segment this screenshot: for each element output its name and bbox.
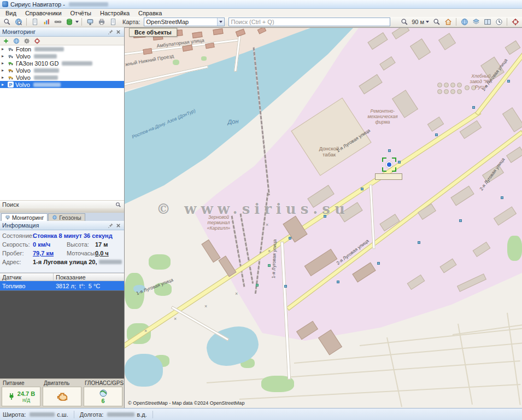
vehicle-row[interactable]: ▸Foton <box>0 45 124 52</box>
menubar: ВидСправочникиОтчётыНастройкаСправка <box>0 9 522 17</box>
info-panel-header: Информация <box>0 221 124 230</box>
gauge-gps-title: ГЛОНАСС/GPS <box>84 380 122 387</box>
close-icon[interactable] <box>114 221 122 229</box>
vehicle-row[interactable]: ▸Volvo <box>0 74 124 81</box>
tab-monitoring[interactable]: Мониторинг <box>1 213 48 221</box>
search-row[interactable]: Поиск <box>0 200 124 208</box>
map-tab-all-objects[interactable]: Все объекты <box>129 28 177 37</box>
map-label: Дон <box>227 118 239 125</box>
map-field-line <box>386 337 402 407</box>
chart-icon[interactable] <box>41 18 51 27</box>
gauges: Питание 24.7 В н/д Двигатель ГЛОНАСС/GPS <box>0 378 124 408</box>
map-crossing-icon: × <box>204 304 207 309</box>
redacted-text <box>34 47 64 51</box>
vehicle-marker[interactable] <box>382 158 396 172</box>
state-value: Стоянка 8 минут 36 секунд <box>33 232 113 239</box>
globe-icon[interactable] <box>459 18 470 27</box>
map-canvas[interactable]: © www.sirius.su Все объекты © OpenStreet… <box>125 27 522 408</box>
menu-item[interactable]: Настройка <box>96 10 134 16</box>
split-view-icon[interactable] <box>482 18 492 27</box>
status-separator <box>74 411 74 418</box>
home-icon[interactable] <box>443 18 453 27</box>
map-crossing-icon: × <box>174 317 177 322</box>
report-icon[interactable] <box>30 18 40 27</box>
speed-label: Скорость: <box>2 241 33 248</box>
redacted-title-text <box>69 2 108 7</box>
map-provider-select[interactable]: OpenStreetMap <box>144 18 225 26</box>
map-road <box>171 306 229 341</box>
parking-badge-icon: P <box>8 81 14 88</box>
sensor-row[interactable]: Топливо3812 л; t°: 5 °C <box>0 281 124 290</box>
find-object-icon[interactable] <box>2 18 12 27</box>
map-label: Зерновой терминал «Каргилл» <box>207 215 230 231</box>
tab-geozones[interactable]: Геозоны <box>48 213 85 221</box>
map-crossing-icon: × <box>266 223 268 228</box>
vehicle-name: Foton <box>16 46 31 52</box>
sensor-col-name[interactable]: Датчик <box>0 273 54 281</box>
search-options-icon[interactable] <box>114 201 122 208</box>
sensor-col-value[interactable]: Показание <box>54 274 88 281</box>
monitor-icon[interactable] <box>85 18 95 27</box>
menu-item[interactable]: Справочники <box>21 10 66 16</box>
map-tank <box>437 89 442 94</box>
database-icon[interactable] <box>64 18 74 27</box>
pin-icon[interactable] <box>107 221 114 229</box>
combo-caret-icon[interactable] <box>217 18 224 26</box>
map-green-area <box>173 60 179 65</box>
altitude-value: 17 м <box>95 241 108 248</box>
expand-arrow-icon[interactable]: ▸ <box>2 61 6 66</box>
menu-item[interactable]: Вид <box>1 10 21 16</box>
vehicle-name: Volvo <box>16 53 31 60</box>
pin-icon[interactable] <box>107 28 114 36</box>
map-attribution: © OpenStreetMap - Map data ©2024 OpenStr… <box>128 400 244 406</box>
zoom-in-icon[interactable] <box>431 18 442 27</box>
export-icon[interactable] <box>108 18 118 27</box>
search-map-icon[interactable] <box>13 18 24 27</box>
titlebar[interactable]: Сириус Навигатор - <box>0 0 522 9</box>
vehicle-name: Volvo <box>16 74 31 81</box>
history-clock-icon[interactable] <box>494 18 504 27</box>
toolbar-separator <box>26 18 27 26</box>
print-icon[interactable] <box>96 18 107 27</box>
close-icon[interactable] <box>114 28 122 36</box>
map-tank <box>444 83 449 88</box>
app-window: Сириус Навигатор - ВидСправочникиОтчётыН… <box>0 0 522 420</box>
map-crossing-icon: × <box>144 329 147 334</box>
zoom-out-icon[interactable] <box>399 18 409 27</box>
engine-hours-value[interactable]: 0,0 ч <box>95 250 109 256</box>
expand-arrow-icon[interactable]: ▸ <box>2 68 6 73</box>
target-icon[interactable] <box>510 18 520 27</box>
engine-icon <box>56 390 68 402</box>
mileage-value[interactable]: 79,7 км <box>33 250 67 256</box>
gps-globe-icon <box>99 389 108 398</box>
menu-item[interactable]: Справка <box>134 10 166 16</box>
globe-icon <box>52 215 57 220</box>
menu-item[interactable]: Отчёты <box>66 10 96 16</box>
expand-arrow-icon[interactable]: ▸ <box>2 75 6 80</box>
truck-icon <box>8 68 14 73</box>
redacted-text <box>99 260 122 264</box>
vehicle-row[interactable]: ▸PVolvo <box>0 81 124 88</box>
scale-caret-icon <box>426 21 429 23</box>
expand-arrow-icon[interactable]: ▸ <box>2 82 6 87</box>
vehicle-row[interactable]: ▸Volvo <box>0 67 124 74</box>
vehicle-row[interactable]: ▸ГАЗон 3010 GD <box>0 60 124 67</box>
link-icon[interactable] <box>52 18 63 27</box>
status-separator <box>153 411 153 418</box>
add-icon[interactable] <box>1 37 10 45</box>
map-scale-select[interactable]: 90 м <box>412 19 429 25</box>
map-globe-icon[interactable] <box>11 37 21 45</box>
settings-gear-icon[interactable] <box>22 37 31 45</box>
map-select-label: Карта: <box>122 19 140 25</box>
expand-arrow-icon[interactable]: ▸ <box>2 46 6 51</box>
redacted-longitude <box>107 412 134 417</box>
tracking-icon[interactable] <box>32 37 42 45</box>
layers-icon[interactable] <box>471 18 481 27</box>
expand-arrow-icon[interactable]: ▸ <box>2 54 6 59</box>
global-search-input[interactable] <box>228 18 390 26</box>
database-caret-icon[interactable] <box>75 21 79 23</box>
sensor-table-header[interactable]: Датчик Показание <box>0 273 124 281</box>
vehicle-position-dot <box>386 161 392 168</box>
map-marker <box>388 149 391 152</box>
vehicle-row[interactable]: ▸Volvo <box>0 52 124 60</box>
